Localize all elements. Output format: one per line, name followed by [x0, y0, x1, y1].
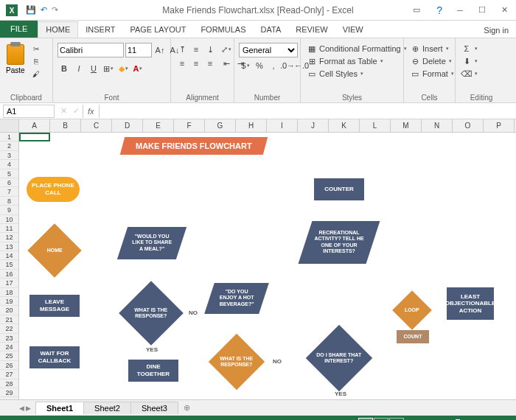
col-header[interactable]: K	[329, 119, 360, 132]
row-header[interactable]: 25	[0, 351, 18, 360]
row-header[interactable]: 13	[0, 242, 18, 251]
formula-bar[interactable]	[100, 105, 516, 118]
maximize-button[interactable]: ☐	[472, 3, 492, 18]
copy-button[interactable]: ⎘	[29, 55, 43, 67]
row-header[interactable]: 5	[0, 169, 18, 178]
fx-icon[interactable]: fx	[83, 105, 100, 118]
delete-cells-button[interactable]: ⊖Delete	[408, 55, 453, 67]
new-sheet-button[interactable]: ⊕	[178, 402, 196, 414]
row-header[interactable]: 10	[0, 215, 18, 224]
file-tab[interactable]: FILE	[0, 20, 38, 38]
row-header[interactable]: 28	[0, 379, 18, 388]
row-header[interactable]: 12	[0, 233, 18, 242]
minimize-button[interactable]: ─	[450, 3, 470, 18]
conditional-formatting-button[interactable]: ▦Conditional Formatting	[305, 43, 408, 55]
percent-button[interactable]: %	[253, 59, 266, 72]
shape-dine-together[interactable]: DINE TOGETHER	[128, 360, 178, 382]
col-header[interactable]: A	[19, 119, 50, 132]
row-header[interactable]: 17	[0, 279, 18, 287]
insert-cells-button[interactable]: ⊕Insert	[408, 43, 450, 55]
shape-counter[interactable]: COUNTER	[314, 178, 364, 200]
shape-least-action[interactable]: LEAST OBJECTIONABLE ACTION	[447, 287, 494, 320]
tab-home[interactable]: HOME	[38, 21, 78, 38]
align-center-button[interactable]: ≡	[189, 57, 203, 70]
col-header[interactable]: B	[50, 119, 81, 132]
row-header[interactable]: 7	[0, 187, 18, 196]
col-header[interactable]: H	[236, 119, 267, 132]
cell-grid[interactable]: MAKE FRIENDS FLOWCHART PLACE PHONE CALL …	[19, 133, 516, 399]
sign-in-link[interactable]: Sign in	[476, 23, 516, 38]
accounting-format-button[interactable]: $	[239, 59, 252, 72]
row-header[interactable]: 2	[0, 141, 18, 150]
fill-button[interactable]: ⬇	[460, 55, 479, 67]
col-header[interactable]: M	[391, 119, 422, 132]
shape-response-2[interactable]: WHAT IS THE RESPONSE?	[214, 339, 259, 385]
font-size-select[interactable]	[125, 43, 152, 57]
shape-response-1[interactable]: WHAT IS THE RESPONSE?	[125, 287, 177, 339]
row-header[interactable]: 18	[0, 288, 18, 297]
orientation-button[interactable]: ⤢	[220, 43, 233, 56]
sheet-tab-1[interactable]: Sheet1	[35, 402, 84, 415]
sheet-nav-next-icon[interactable]: ▶	[26, 405, 31, 412]
align-left-button[interactable]: ≡	[175, 57, 189, 70]
format-as-table-button[interactable]: ⊞Format as Table	[305, 55, 385, 67]
sheet-tab-3[interactable]: Sheet3	[130, 402, 178, 414]
fill-color-button[interactable]: ◆	[116, 62, 130, 75]
row-header[interactable]: 26	[0, 361, 18, 370]
italic-button[interactable]: I	[72, 62, 86, 75]
col-header[interactable]: G	[205, 119, 236, 132]
increase-font-button[interactable]: A↑	[153, 43, 167, 57]
row-header[interactable]: 16	[0, 270, 18, 279]
sheet-nav-prev-icon[interactable]: ◀	[19, 405, 24, 412]
increase-decimal-button[interactable]: .0→	[281, 59, 294, 72]
shape-home-decision[interactable]: HOME	[32, 228, 77, 273]
sheet-tab-2[interactable]: Sheet2	[83, 402, 131, 414]
shape-hot-beverage[interactable]: "DO YOU ENJOY A HOT BEVERAGE?"	[204, 283, 269, 314]
row-header[interactable]: 27	[0, 370, 18, 379]
shape-count[interactable]: COUNT	[397, 330, 429, 343]
tab-review[interactable]: REVIEW	[288, 21, 335, 38]
row-header[interactable]: 19	[0, 297, 18, 306]
row-header[interactable]: 4	[0, 160, 18, 169]
row-header[interactable]: 11	[0, 224, 18, 233]
autosum-button[interactable]: Σ	[460, 43, 479, 55]
col-header[interactable]: D	[112, 119, 143, 132]
col-header[interactable]: J	[298, 119, 329, 132]
row-header[interactable]: 8	[0, 197, 18, 206]
row-header[interactable]: 24	[0, 343, 18, 351]
qat-undo-icon[interactable]: ↶	[41, 5, 47, 15]
name-box[interactable]	[3, 105, 55, 118]
align-middle-button[interactable]: ≡	[189, 43, 203, 56]
align-top-button[interactable]: ⤒	[175, 43, 189, 56]
shape-wait-callback[interactable]: WAIT FOR CALLBACK	[29, 346, 80, 368]
enter-formula-icon[interactable]: ✓	[70, 106, 83, 116]
bold-button[interactable]: B	[57, 62, 71, 75]
tab-view[interactable]: VIEW	[335, 21, 371, 38]
cell-styles-button[interactable]: ▭Cell Styles	[305, 68, 365, 80]
shape-share-interest[interactable]: DO I SHARE THAT INTEREST?	[313, 332, 366, 385]
flowchart-title[interactable]: MAKE FRIENDS FLOWCHART	[120, 137, 268, 155]
col-header[interactable]: I	[267, 119, 298, 132]
align-right-button[interactable]: ≡	[203, 57, 217, 70]
shape-recreational[interactable]: RECREATIONAL ACTIVITY? TELL HE ONE OF YO…	[299, 221, 380, 264]
row-header[interactable]: 3	[0, 151, 18, 160]
close-button[interactable]: ✕	[494, 3, 515, 18]
number-format-select[interactable]: General	[239, 43, 298, 57]
font-color-button[interactable]: A	[131, 62, 144, 75]
col-header[interactable]: P	[484, 119, 515, 132]
row-header[interactable]: 15	[0, 260, 18, 269]
row-header[interactable]: 29	[0, 388, 18, 397]
tab-page-layout[interactable]: PAGE LAYOUT	[122, 21, 193, 38]
row-header[interactable]: 22	[0, 324, 18, 333]
align-bottom-button[interactable]: ⤓	[203, 43, 217, 56]
qat-save-icon[interactable]: 💾	[26, 5, 36, 15]
ribbon-display-icon[interactable]: ▭	[413, 5, 420, 15]
shape-loop[interactable]: LOOP	[395, 293, 429, 327]
worksheet-area[interactable]: A B C D E F G H I J K L M N O P 1 2 3 4 …	[0, 119, 516, 399]
col-header[interactable]: C	[81, 119, 112, 132]
font-family-select[interactable]	[57, 43, 124, 57]
row-header[interactable]: 1	[0, 133, 18, 141]
tab-insert[interactable]: INSERT	[78, 21, 122, 38]
clear-button[interactable]: ⌫	[460, 68, 479, 80]
decrease-indent-button[interactable]: ⇤	[220, 57, 233, 70]
